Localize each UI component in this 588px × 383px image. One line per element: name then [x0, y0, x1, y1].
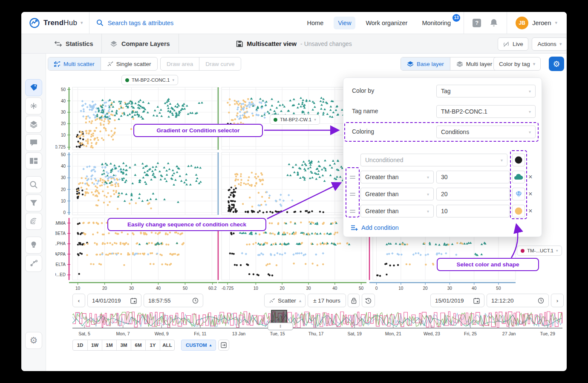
brand[interactable]: TrendHub ▾	[21, 17, 83, 29]
save-icon[interactable]	[236, 40, 243, 47]
sidebar-item-layers[interactable]	[25, 116, 42, 133]
actions-button[interactable]: Actions▾	[532, 37, 567, 51]
sidebar-item-comments[interactable]	[25, 134, 42, 151]
remove-condition-icon[interactable]: ×	[527, 205, 534, 217]
sidebar-item-tags[interactable]	[25, 79, 42, 96]
lock-icon	[351, 297, 357, 304]
lightbulb-icon	[30, 241, 37, 249]
condition-value-input[interactable]: 10	[436, 205, 510, 217]
legend-chip-uct1[interactable]: TM-...UCT.1▾	[517, 246, 562, 256]
unconditioned-swatch[interactable]	[512, 154, 525, 166]
unconditioned-select[interactable]: Unconditioned▾	[360, 154, 507, 166]
zoom-preset-1y[interactable]: 1Y	[145, 340, 160, 350]
search-icon	[29, 180, 38, 189]
legend-chip-conc1[interactable]: TM-BP2-CONC.1▾	[121, 75, 178, 85]
tag-name-select[interactable]: TM-BP2-CONC.1▾	[436, 105, 536, 118]
filter-icon	[29, 199, 38, 207]
nav-item-home[interactable]: Home	[303, 17, 328, 29]
annotation-sequence: Easily change sequence of condition chec…	[107, 218, 266, 231]
drag-handle[interactable]	[348, 205, 357, 217]
zoom-preset-1m[interactable]: 1M	[102, 340, 116, 350]
sidebar-item-filter[interactable]	[25, 194, 42, 212]
time-window-button[interactable]: ± 17 hours	[308, 294, 346, 307]
zoom-preset-1w[interactable]: 1W	[87, 340, 102, 350]
user-menu[interactable]: JB Jeroen ▾	[516, 17, 557, 29]
drag-handle[interactable]	[348, 188, 357, 200]
draw-area-button[interactable]: Draw area	[161, 57, 199, 70]
custom-range-button[interactable]: CUSTOM▴	[181, 340, 216, 351]
nav-item-view[interactable]: View	[334, 17, 355, 29]
tag-name-label: Tag name	[352, 108, 378, 114]
layers-icon	[29, 120, 38, 128]
zoom-preset-1d[interactable]: 1D	[73, 340, 87, 350]
end-date-field[interactable]: 15/01/2019	[430, 294, 484, 307]
custom-range-picker-button[interactable]	[218, 340, 229, 351]
condition-operator-select[interactable]: Greater than▾	[360, 188, 434, 200]
condition-swatch[interactable]	[512, 171, 525, 183]
zoom-preset-3m[interactable]: 3M	[116, 340, 131, 350]
nav-item-monitoring[interactable]: Monitoring13	[418, 17, 455, 29]
step-forward-button[interactable]: ›	[551, 294, 564, 307]
compare-layers-button[interactable]: Compare Layers	[101, 34, 179, 54]
coloring-label: Coloring	[352, 128, 374, 135]
condition-swatch[interactable]	[512, 188, 525, 200]
gear-icon: ⚙	[553, 59, 560, 69]
sidebar-item-fingerprint[interactable]	[25, 213, 42, 230]
calendar-icon	[473, 297, 480, 304]
svg-text:60.2: 60.2	[208, 286, 217, 291]
history-icon	[365, 297, 372, 304]
color-by-select[interactable]: Tag▾	[436, 85, 536, 97]
end-time-field[interactable]: 12:12:20	[487, 294, 549, 307]
sidebar-item-formulas[interactable]	[25, 97, 42, 114]
start-time-field[interactable]: 18:57:55	[144, 294, 203, 307]
zoom-preset-6m[interactable]: 6M	[131, 340, 145, 350]
step-back-button[interactable]: ‹	[72, 294, 85, 307]
user-name: Jeroen	[532, 20, 551, 26]
condition-operator-select[interactable]: Greater than▾	[360, 205, 434, 217]
nav-item-work-organizer[interactable]: Work organizer	[361, 17, 412, 29]
drag-handle[interactable]	[348, 171, 357, 183]
lock-window-button[interactable]	[348, 294, 360, 307]
remove-condition-icon[interactable]: ×	[527, 188, 534, 200]
timeline-strip[interactable]	[72, 310, 562, 329]
condition-value-input[interactable]: 30	[436, 171, 510, 183]
start-date-field[interactable]: 14/01/2019	[87, 294, 141, 307]
brand-chevron-icon[interactable]: ▾	[81, 20, 83, 26]
history-button[interactable]	[362, 294, 375, 307]
color-by-tag-dropdown[interactable]: Color by tag▾	[493, 57, 541, 71]
condition-value-input[interactable]: 20	[436, 188, 510, 200]
svg-text:10: 10	[75, 286, 81, 291]
live-button[interactable]: Live	[498, 37, 528, 51]
search-input[interactable]: Search tags & attributes	[89, 19, 303, 26]
help-icon[interactable]: ?	[473, 19, 481, 27]
sidebar-settings-button[interactable]: ⚙	[25, 332, 42, 349]
base-layer-button[interactable]: Base layer	[401, 57, 450, 70]
plot-mode-dropdown[interactable]: Scatter ▴	[264, 294, 306, 307]
sidebar-item-relations[interactable]	[25, 255, 42, 272]
search-icon	[96, 19, 104, 26]
single-scatter-button[interactable]: Single scatter	[101, 57, 157, 70]
sidebar-item-layout[interactable]	[25, 152, 42, 169]
remove-condition-icon[interactable]: ×	[527, 171, 534, 183]
zoom-preset-all[interactable]: ALL	[160, 340, 174, 350]
sidebar-item-search[interactable]	[25, 176, 42, 193]
node-graph-icon	[29, 260, 38, 267]
zoom-preset-row: 1D1W1M3M6M1YALL	[72, 340, 175, 351]
clock-icon	[192, 297, 199, 304]
condition-swatch[interactable]	[512, 205, 525, 217]
multi-scatter-button[interactable]: Multi scatter	[48, 57, 101, 70]
layers-icon	[110, 40, 118, 47]
chart-settings-button[interactable]: ⚙	[549, 57, 564, 71]
fingerprint-icon	[29, 217, 38, 226]
left-sidebar: ⚙	[21, 54, 46, 371]
brush-handle[interactable]: ‖	[268, 323, 293, 330]
draw-curve-button[interactable]: Draw curve	[199, 57, 240, 70]
multi-layer-button[interactable]: Multi layer	[450, 57, 499, 70]
statistics-button[interactable]: Statistics	[46, 34, 102, 54]
add-condition-button[interactable]: Add condition	[351, 224, 399, 231]
sidebar-item-insights[interactable]	[25, 237, 42, 254]
condition-operator-select[interactable]: Greater than▾	[360, 171, 434, 183]
coloring-select[interactable]: Conditions▾	[436, 126, 536, 138]
bell-icon[interactable]	[490, 18, 498, 28]
legend-chip-cw1[interactable]: TM-BP2-CW.1▾	[270, 114, 320, 125]
